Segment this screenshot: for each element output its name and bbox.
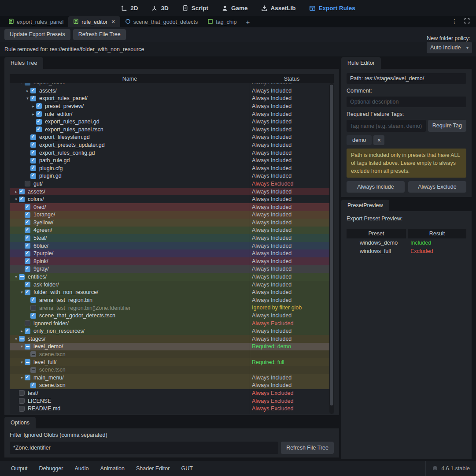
tree-row-main-menu[interactable]: ▾main_menu/Always Included bbox=[10, 374, 334, 382]
expand-window-icon[interactable] bbox=[464, 18, 470, 26]
topnav-game[interactable]: Game bbox=[221, 5, 248, 11]
new-folder-policy-dropdown[interactable]: Auto Include ▾ bbox=[427, 42, 472, 53]
checkbox-ib[interactable] bbox=[25, 359, 30, 365]
tree-row-level-demo[interactable]: ▾level_demo/Required: demo bbox=[10, 343, 334, 351]
tree-row-folder-with-non-resource[interactable]: ▾folder_with_non_resource/Always Include… bbox=[10, 288, 334, 296]
bottom-panel-audio[interactable]: Audio bbox=[70, 464, 93, 473]
checkbox-ib[interactable] bbox=[19, 336, 25, 342]
tree-row-6blue[interactable]: 6blue/Always Included bbox=[10, 242, 334, 250]
expand-arrow-icon[interactable]: ▸ bbox=[30, 112, 36, 116]
checkbox-on[interactable] bbox=[25, 212, 30, 218]
update-export-presets-button[interactable]: Update Export Presets bbox=[4, 29, 70, 40]
checkbox-on[interactable] bbox=[30, 88, 36, 93]
checkbox-on[interactable] bbox=[30, 297, 36, 303]
tree-row-export-rules-config-gd[interactable]: export_rules_config.gdAlways Included bbox=[10, 149, 334, 157]
collapse-arrow-icon[interactable]: ▾ bbox=[19, 290, 25, 294]
expand-arrow-icon[interactable]: ▸ bbox=[13, 190, 19, 194]
tree-row-plugin-gd[interactable]: plugin.gdAlways Included bbox=[10, 172, 334, 180]
tree-scrollbar-thumb[interactable] bbox=[330, 85, 333, 405]
tree-row-scene-tscn[interactable]: scene.tscnAlways Included bbox=[10, 382, 334, 390]
bottom-panel-gut[interactable]: GUT bbox=[176, 464, 197, 473]
checkbox-on[interactable] bbox=[30, 134, 36, 140]
tab-rule-editor[interactable]: Rule Editor bbox=[341, 57, 381, 69]
checkbox-off[interactable] bbox=[25, 320, 30, 326]
comment-input[interactable] bbox=[347, 97, 466, 107]
checkbox-on[interactable] bbox=[25, 282, 30, 287]
tree-row-0red[interactable]: 0red/Always Included bbox=[10, 203, 334, 211]
checkbox-on[interactable] bbox=[30, 313, 36, 319]
tree-row-license[interactable]: LICENSEAlways Excluded bbox=[10, 397, 334, 405]
tree-row-export-rules-panel[interactable]: ▾export_rules_panel/Always Included bbox=[10, 95, 334, 103]
tree-row-scene-tscn[interactable]: scene.tscn bbox=[10, 350, 334, 358]
bottom-panel-debugger[interactable]: Debugger bbox=[34, 464, 68, 473]
checkbox-on[interactable] bbox=[30, 142, 36, 148]
close-tab-icon[interactable]: ✕ bbox=[111, 19, 115, 25]
bottom-panel-animation[interactable]: Animation bbox=[95, 464, 129, 473]
scene-tab-scene-that-godot-detects[interactable]: scene_that_godot_detects bbox=[120, 16, 203, 27]
filter-globs-input[interactable] bbox=[10, 442, 278, 454]
tree-row-ignored-folder[interactable]: ignored folder/Always Excluded bbox=[10, 320, 334, 327]
topnav-assetlib[interactable]: AssetLib bbox=[261, 5, 296, 11]
collapse-arrow-icon[interactable]: ▾ bbox=[19, 376, 25, 380]
refresh-file-tree-button[interactable]: Refresh File Tree bbox=[281, 442, 334, 454]
tree-row-ask-folder[interactable]: ask folder/Always Included bbox=[10, 281, 334, 289]
topnav-script[interactable]: Script bbox=[182, 5, 208, 11]
remove-tag-button[interactable]: ✕ bbox=[373, 135, 384, 145]
checkbox-on[interactable] bbox=[36, 126, 42, 132]
checkbox-ib[interactable] bbox=[19, 274, 25, 280]
collapse-arrow-icon[interactable]: ▾ bbox=[25, 96, 30, 100]
collapse-arrow-icon[interactable]: ▾ bbox=[19, 344, 25, 349]
checkbox-on[interactable] bbox=[25, 227, 30, 233]
checkbox-on[interactable] bbox=[25, 235, 30, 241]
tree-row-scene-that-godot-detects-tscn[interactable]: scene_that_godot_detects.tscnAlways Incl… bbox=[10, 312, 334, 320]
tree-row-export-presets-updater-gd[interactable]: export_presets_updater.gdAlways Included bbox=[10, 141, 334, 149]
topnav-export-rules[interactable]: Export Rules bbox=[309, 5, 355, 11]
refresh-file-tree-button[interactable]: Refresh File Tree bbox=[73, 29, 126, 40]
require-tag-button[interactable]: Require Tag bbox=[428, 120, 466, 132]
tree-row-preset-preview[interactable]: ▸preset_preview/Always Included bbox=[10, 102, 334, 110]
scene-tab-rule-editor[interactable]: rule_editor✕ bbox=[68, 16, 120, 27]
checkbox-on[interactable] bbox=[30, 96, 36, 101]
checkbox-on[interactable] bbox=[19, 189, 25, 194]
checkbox-off[interactable] bbox=[19, 390, 25, 396]
tree-row-scene-tscn[interactable]: scene.tscn bbox=[10, 366, 334, 374]
checkbox-ig[interactable] bbox=[30, 351, 36, 357]
tree-row-5teal[interactable]: 5teal/Always Included bbox=[10, 234, 334, 242]
tree-row-stages[interactable]: ▾stages/Always Included bbox=[10, 335, 334, 343]
collapse-arrow-icon[interactable]: ▾ bbox=[13, 337, 19, 341]
tree-row-test[interactable]: test/Always Excluded bbox=[10, 389, 334, 397]
tree-row-8pink[interactable]: 8pink/Always Included bbox=[10, 257, 334, 265]
tree-row-gut[interactable]: gut/Always Excluded bbox=[10, 180, 334, 188]
checkbox-off[interactable] bbox=[30, 305, 36, 311]
tree-row-path-rule-gd[interactable]: path_rule.gdAlways Included bbox=[10, 156, 334, 164]
always-exclude-button[interactable]: Always Exclude bbox=[408, 181, 466, 193]
collapse-arrow-icon[interactable]: ▾ bbox=[19, 83, 25, 85]
tag-name-input[interactable] bbox=[347, 120, 426, 132]
checkbox-on[interactable] bbox=[25, 219, 30, 225]
checkbox-on[interactable] bbox=[36, 111, 42, 117]
tab-options[interactable]: Options bbox=[4, 417, 36, 428]
tree-row-colors[interactable]: ▾colors/Always Included bbox=[10, 195, 334, 203]
checkbox-on[interactable] bbox=[19, 197, 25, 202]
tree-row-entities[interactable]: ▾entities/Always Included bbox=[10, 273, 334, 281]
scene-tab-export-rules-panel[interactable]: export_rules_panel bbox=[4, 16, 68, 27]
checkbox-off[interactable] bbox=[25, 181, 30, 186]
checkbox-on[interactable] bbox=[30, 383, 36, 388]
collapse-arrow-icon[interactable]: ▾ bbox=[13, 197, 19, 201]
checkbox-on[interactable] bbox=[25, 375, 30, 380]
tree-row-export-rules-panel-tscn[interactable]: export_rules_panel.tscnAlways Included bbox=[10, 126, 334, 134]
tree-row-only-non-resources[interactable]: ▸only_non_resources/Always Included bbox=[10, 327, 334, 335]
collapse-arrow-icon[interactable]: ▾ bbox=[13, 275, 19, 279]
tree-scrollbar[interactable] bbox=[329, 83, 334, 414]
expand-arrow-icon[interactable]: ▸ bbox=[30, 104, 36, 108]
checkbox-ig[interactable] bbox=[30, 367, 36, 373]
tree-row-readme-md[interactable]: README.mdAlways Excluded bbox=[10, 405, 334, 413]
tree-row-arena-test-region-bin-zone-identifier[interactable]: arena_test_region.bin▯Zone.IdentifierIgn… bbox=[10, 304, 334, 312]
tree-row-rule-editor[interactable]: ▸rule_editor/Always Included bbox=[10, 110, 334, 118]
tree-row-3yellow[interactable]: 3yellow/Always Included bbox=[10, 219, 334, 227]
tree-row-4green[interactable]: 4green/Always Included bbox=[10, 227, 334, 234]
checkbox-on[interactable] bbox=[25, 258, 30, 264]
checkbox-on[interactable] bbox=[25, 83, 30, 86]
tab-menu-icon[interactable]: ⋮ bbox=[451, 19, 458, 25]
bottom-panel-output[interactable]: Output bbox=[6, 464, 33, 473]
